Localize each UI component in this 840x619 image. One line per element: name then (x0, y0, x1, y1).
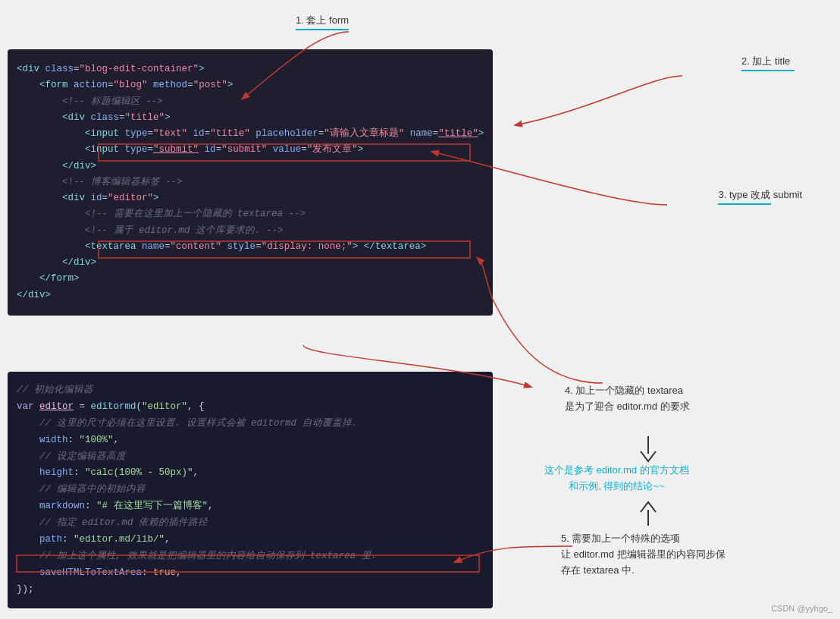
js-line-13: }); (17, 582, 484, 599)
annotation-4: 4. 加上一个隐藏的 textarea 是为了迎合 editor.md 的要求 (565, 383, 690, 415)
code-line-15: </div> (17, 288, 484, 303)
js-line-4: width: "100%", (17, 432, 484, 449)
code-line-12: <textarea name="content" style="display:… (17, 239, 484, 255)
code-line-11: <!-- 属于 editor.md 这个库要求的. --> (17, 223, 484, 239)
js-line-11: // 加上这个属性, 效果就是把编辑器里的内容给自动保存到 textarea 里… (17, 548, 484, 565)
js-line-10: path: "editor.md/lib/", (17, 532, 484, 548)
html-code-block: <div class="blog-edit-container"> <form … (8, 49, 493, 316)
annotation-1: 1. 套上 form (296, 14, 349, 30)
js-line-1: // 初始化编辑器 (17, 382, 484, 399)
code-line-1: <div class="blog-edit-container"> (17, 61, 484, 77)
code-line-4: <div class="title"> (17, 110, 484, 126)
code-line-9: <div id="editor"> (17, 190, 484, 206)
js-line-7: // 编辑器中的初始内容 (17, 482, 484, 498)
js-line-12: saveHTMLToTextArea: true, (17, 565, 484, 582)
js-line-6: height: "calc(100% - 50px)", (17, 465, 484, 482)
code-line-7: </div> (17, 159, 484, 174)
js-code-block: // 初始化编辑器 var editor = editormd("editor"… (8, 372, 493, 608)
watermark: CSDN @yyhgo_ (771, 604, 832, 613)
code-line-10: <!-- 需要在这里加上一个隐藏的 textarea --> (17, 206, 484, 222)
annotation-2: 2. 加上 title (741, 55, 795, 71)
js-line-9: // 指定 editor.md 依赖的插件路径 (17, 515, 484, 532)
annotation-3: 3. type 改成 submit (718, 188, 802, 205)
js-line-2: var editor = editormd("editor", { (17, 399, 484, 416)
code-line-2: <form action="blog" method="post"> (17, 77, 484, 93)
code-line-8: <!-- 博客编辑器标签 --> (17, 174, 484, 190)
code-line-5: <input type="text" id="title" placeholde… (17, 126, 484, 142)
code-line-14: </form> (17, 271, 484, 287)
annotation-4b: 这个是参考 editor.md 的官方文档 和示例, 得到的结论~~ (544, 463, 689, 495)
js-line-5: // 设定编辑器高度 (17, 449, 484, 466)
code-line-13: </div> (17, 255, 484, 271)
js-line-3: // 这里的尺寸必须在这里设置. 设置样式会被 editormd 自动覆盖掉. (17, 416, 484, 432)
code-line-6: <input type="submit" id="submit" value="… (17, 142, 484, 158)
annotation-5: 5. 需要加上一个特殊的选项 让 editor.md 把编辑器里的内容同步保 存… (561, 531, 726, 578)
js-line-8: markdown: "# 在这里写下一篇博客", (17, 498, 484, 515)
code-line-3: <!-- 标题编辑区 --> (17, 94, 484, 110)
page-container: 1. 套上 form 2. 加上 title 3. type 改成 submit… (0, 0, 840, 619)
